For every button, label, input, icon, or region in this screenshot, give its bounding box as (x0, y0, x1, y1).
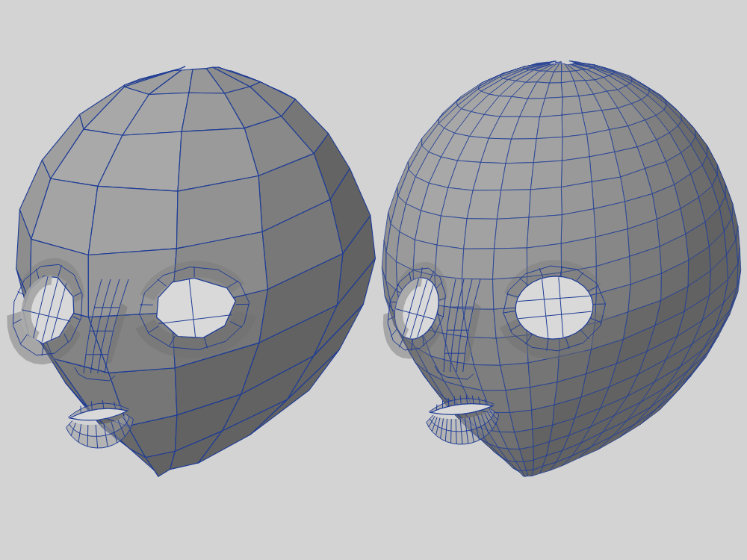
smoothed-head-model[interactable] (382, 61, 740, 477)
low-poly-head-model[interactable] (7, 66, 375, 476)
viewport-3d[interactable] (0, 0, 747, 560)
scene-canvas[interactable] (0, 0, 747, 560)
